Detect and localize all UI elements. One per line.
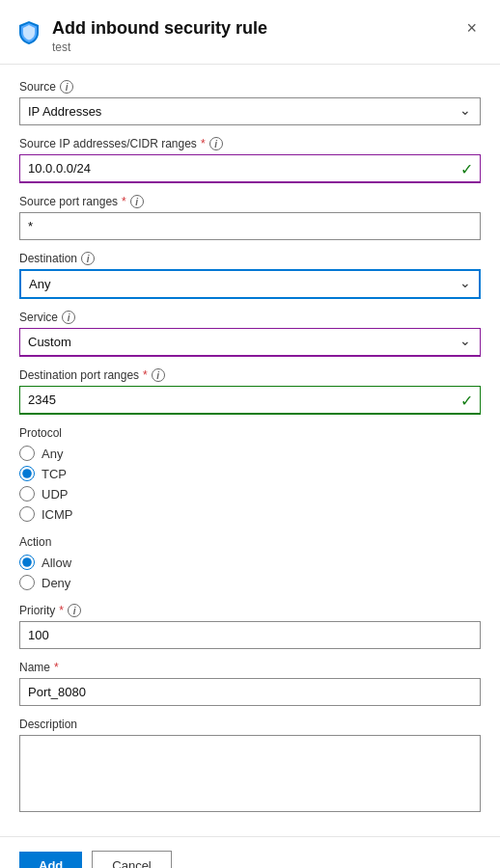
- source-ip-info-icon[interactable]: i: [209, 137, 223, 150]
- dest-port-label: Destination port ranges * i: [19, 368, 481, 382]
- destination-select-wrapper: Any IP Addresses My IP address Service T…: [19, 269, 481, 299]
- service-info-icon[interactable]: i: [62, 311, 75, 324]
- protocol-any-radio[interactable]: [19, 446, 35, 461]
- action-allow-radio[interactable]: [19, 555, 35, 570]
- cancel-button[interactable]: Cancel: [92, 851, 171, 868]
- description-label: Description: [19, 718, 481, 731]
- priority-info-icon[interactable]: i: [68, 604, 81, 617]
- source-port-group: Source port ranges * i: [19, 195, 481, 240]
- protocol-tcp-label: TCP: [42, 467, 67, 481]
- dest-port-check-icon: ✓: [460, 392, 473, 410]
- header-left: Add inbound security rule test: [15, 17, 267, 54]
- source-port-label: Source port ranges * i: [19, 195, 481, 208]
- source-ip-input[interactable]: [19, 154, 481, 183]
- protocol-udp-radio[interactable]: [19, 486, 35, 502]
- source-label: Source i: [19, 80, 481, 94]
- priority-label: Priority * i: [19, 604, 481, 617]
- source-ip-check-icon: ✓: [460, 160, 473, 178]
- description-group: Description: [19, 718, 481, 815]
- source-ip-input-wrapper: ✓: [19, 154, 481, 183]
- header-title-block: Add inbound security rule test: [52, 17, 267, 54]
- source-select[interactable]: IP Addresses Any My IP address Service T…: [19, 97, 481, 125]
- close-button[interactable]: ×: [462, 17, 481, 39]
- action-deny-radio[interactable]: [19, 575, 35, 590]
- dest-port-group: Destination port ranges * i ✓: [19, 368, 481, 415]
- dest-port-input-wrapper: ✓: [19, 386, 481, 415]
- name-required: *: [54, 661, 59, 674]
- dest-port-input[interactable]: [19, 386, 481, 415]
- action-label: Action: [19, 535, 481, 549]
- shield-icon: [15, 19, 42, 46]
- protocol-udp-item[interactable]: UDP: [19, 486, 481, 502]
- add-inbound-rule-panel: Add inbound security rule test × Source …: [0, 0, 500, 868]
- service-select-wrapper: Custom HTTP HTTPS SSH RDP: [19, 328, 481, 357]
- panel-footer: Add Cancel: [0, 836, 500, 868]
- service-group: Service i Custom HTTP HTTPS SSH RDP: [19, 311, 481, 357]
- protocol-icmp-radio[interactable]: [19, 506, 35, 522]
- protocol-icmp-item[interactable]: ICMP: [19, 506, 481, 522]
- protocol-section: Protocol Any TCP UDP ICMP: [19, 426, 481, 522]
- dest-port-required: *: [143, 368, 148, 382]
- action-radio-group: Allow Deny: [19, 555, 481, 590]
- destination-label: Destination i: [19, 252, 481, 265]
- protocol-radio-group: Any TCP UDP ICMP: [19, 446, 481, 522]
- protocol-label: Protocol: [19, 426, 481, 440]
- priority-group: Priority * i: [19, 604, 481, 649]
- source-ip-group: Source IP addresses/CIDR ranges * i ✓: [19, 137, 481, 183]
- priority-input[interactable]: [19, 621, 481, 649]
- action-deny-label: Deny: [42, 576, 70, 590]
- protocol-udp-label: UDP: [42, 487, 68, 502]
- action-section: Action Allow Deny: [19, 535, 481, 590]
- action-allow-item[interactable]: Allow: [19, 555, 481, 570]
- form-body: Source i IP Addresses Any My IP address …: [0, 65, 500, 836]
- protocol-any-label: Any: [42, 447, 63, 461]
- name-input[interactable]: [19, 678, 481, 706]
- panel-subtitle: test: [52, 41, 267, 54]
- protocol-icmp-label: ICMP: [42, 507, 73, 522]
- name-group: Name *: [19, 661, 481, 706]
- source-select-wrapper: IP Addresses Any My IP address Service T…: [19, 97, 481, 125]
- protocol-any-item[interactable]: Any: [19, 446, 481, 461]
- protocol-tcp-radio[interactable]: [19, 466, 35, 481]
- source-ip-label: Source IP addresses/CIDR ranges * i: [19, 137, 481, 150]
- panel-header: Add inbound security rule test ×: [0, 0, 500, 65]
- add-button[interactable]: Add: [19, 852, 82, 868]
- destination-info-icon[interactable]: i: [81, 252, 95, 265]
- description-input[interactable]: [19, 735, 481, 812]
- service-label: Service i: [19, 311, 481, 324]
- priority-required: *: [59, 604, 64, 617]
- action-allow-label: Allow: [42, 556, 71, 570]
- protocol-tcp-item[interactable]: TCP: [19, 466, 481, 481]
- destination-group: Destination i Any IP Addresses My IP add…: [19, 252, 481, 299]
- source-port-input[interactable]: [19, 212, 481, 240]
- dest-port-info-icon[interactable]: i: [152, 368, 165, 382]
- name-label: Name *: [19, 661, 481, 674]
- source-ip-required: *: [201, 137, 206, 150]
- action-deny-item[interactable]: Deny: [19, 575, 481, 590]
- destination-select[interactable]: Any IP Addresses My IP address Service T…: [19, 269, 481, 299]
- source-port-info-icon[interactable]: i: [130, 195, 144, 208]
- source-port-required: *: [122, 195, 126, 208]
- panel-title: Add inbound security rule: [52, 17, 267, 40]
- service-select[interactable]: Custom HTTP HTTPS SSH RDP: [19, 328, 481, 357]
- source-info-icon[interactable]: i: [60, 80, 73, 94]
- source-group: Source i IP Addresses Any My IP address …: [19, 80, 481, 125]
